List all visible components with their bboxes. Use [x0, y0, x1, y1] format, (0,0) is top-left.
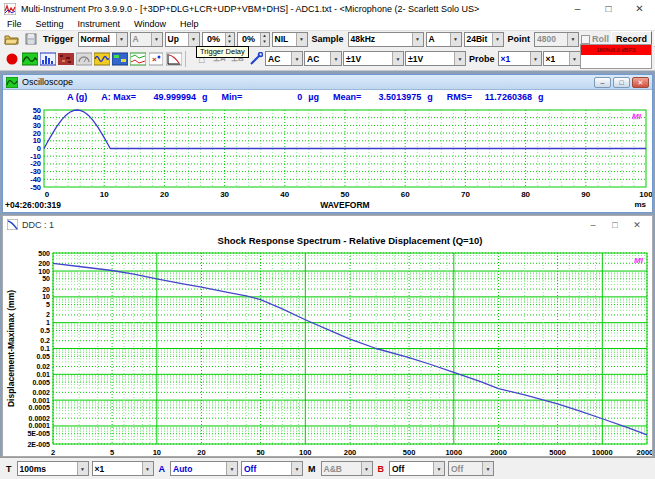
- stat-min-label: Min=: [221, 92, 242, 102]
- svg-text:10: 10: [100, 190, 109, 199]
- oscilloscope-stats-row: A (g) A: Max=49.999994g Min=0µg Mean=3.5…: [3, 90, 652, 104]
- svg-text:0.0002: 0.0002: [29, 415, 51, 422]
- device-test-plan-icon[interactable]: [111, 51, 128, 67]
- derived-data-point-icon[interactable]: ×: [147, 51, 164, 67]
- svg-text:WAVEFORM: WAVEFORM: [320, 200, 369, 210]
- minimize-icon[interactable]: –: [562, 0, 593, 18]
- maximize-icon[interactable]: □: [593, 0, 624, 18]
- svg-text:5: 5: [110, 448, 114, 457]
- spectrogram-icon[interactable]: [57, 51, 74, 67]
- svg-text:50: 50: [42, 275, 50, 282]
- signal-generator-icon[interactable]: [93, 51, 110, 67]
- ddc-titlebar[interactable]: DDC : 1 – □ ✕: [3, 216, 652, 233]
- svg-text:50: 50: [341, 190, 350, 199]
- svg-text:+04:26:00:319: +04:26:00:319: [5, 200, 61, 210]
- svg-text:MI: MI: [634, 256, 644, 265]
- ddc-close-icon[interactable]: ✕: [626, 220, 648, 230]
- spectrum-analyzer-icon[interactable]: [39, 51, 56, 67]
- trigger-label: Trigger: [41, 34, 76, 44]
- stat-mean-label: Mean=: [333, 92, 361, 102]
- level-meter-a: 100%/0.0 dBFS: [581, 45, 651, 55]
- svg-text:20000: 20000: [637, 448, 652, 457]
- osc-minimize-icon[interactable]: –: [594, 77, 611, 88]
- ddc-restore-icon[interactable]: □: [604, 220, 626, 230]
- range-b-select[interactable]: ±1V▼: [405, 51, 466, 66]
- ddc-plot: Shock Response Spectrum - Relative Displ…: [3, 233, 652, 457]
- svg-text:30: 30: [220, 190, 229, 199]
- oscilloscope-window-icon: [6, 77, 18, 88]
- svg-text:500: 500: [38, 250, 50, 257]
- svg-text:0.002: 0.002: [32, 389, 50, 396]
- a-range-mode-select[interactable]: Auto▼: [170, 461, 238, 476]
- sampling-rate-select[interactable]: 48kHz▼: [348, 32, 424, 47]
- probe-b-select[interactable]: ×1▼: [543, 51, 581, 66]
- b-function-select: Off▼: [448, 461, 494, 476]
- svg-text:0.02: 0.02: [36, 363, 50, 370]
- svg-text:0.5: 0.5: [40, 327, 50, 334]
- svg-text:100: 100: [38, 268, 50, 275]
- ddc-window-title: DDC : 1: [22, 220, 54, 230]
- toolbar-separator: [185, 51, 190, 67]
- probe-a-select[interactable]: ×1▼: [498, 51, 542, 66]
- save-icon[interactable]: [22, 31, 39, 47]
- svg-text:90: 90: [581, 190, 590, 199]
- data-logger-icon[interactable]: [129, 51, 146, 67]
- application-window: Multi-Instrument Pro 3.9.9.0 - [+3DP+DLG…: [0, 0, 655, 479]
- osc-close-icon[interactable]: ✕: [632, 77, 649, 88]
- sweep-time-select[interactable]: 100ms▼: [17, 461, 89, 476]
- point-label: Point: [506, 34, 533, 44]
- range-a-select[interactable]: ±1V▼: [343, 51, 404, 66]
- trigger-delay-tooltip: Trigger Delay: [196, 46, 249, 58]
- menu-file[interactable]: File: [0, 19, 29, 29]
- svg-text:Shock Response Spectrum - Rel: Shock Response Spectrum - Relative Displ…: [218, 235, 483, 246]
- menu-help[interactable]: Help: [173, 19, 206, 29]
- instrument-toolbar: × ⌂ ⊥A ⊥B AC▼ AC▼ ±1V▼ ±1V▼ Probe ×1▼ ×1…: [0, 47, 655, 71]
- coupling-a-select[interactable]: AC▼: [265, 51, 303, 66]
- sampling-channel-select[interactable]: A▼: [426, 32, 462, 47]
- trigger-edge-select[interactable]: Up▼: [165, 32, 200, 47]
- trigger-mode-select[interactable]: Normal▼: [78, 32, 128, 47]
- trigger-rejection-select[interactable]: NIL▼: [272, 32, 308, 47]
- osc-restore-icon[interactable]: □: [613, 77, 630, 88]
- svg-text:2E-005: 2E-005: [27, 441, 50, 448]
- bit-resolution-select[interactable]: 24Bit▼: [464, 32, 504, 47]
- trigger-level-spinner[interactable]: 0%▲▼: [202, 32, 235, 47]
- menu-instrument[interactable]: Instrument: [71, 19, 128, 29]
- svg-text:100: 100: [299, 448, 312, 457]
- roll-checkbox: Roll: [581, 34, 609, 44]
- oscilloscope-window-title: Oscilloscope: [22, 77, 73, 87]
- svg-text:0.005: 0.005: [32, 379, 50, 386]
- timebase-label: T: [4, 464, 14, 474]
- svg-text:200: 200: [38, 260, 50, 267]
- b-range-mode-select[interactable]: Off▼: [389, 461, 445, 476]
- svg-text:0: 0: [45, 190, 50, 199]
- waveform-chart: 50403020100-10-20-30-40-5001020304050607…: [3, 104, 652, 212]
- oscilloscope-icon[interactable]: [21, 51, 38, 67]
- coupling-b-select[interactable]: AC▼: [304, 51, 342, 66]
- multimeter-icon: [75, 51, 92, 67]
- svg-text:20: 20: [197, 448, 205, 457]
- svg-text:0.001: 0.001: [32, 397, 50, 404]
- record-icon[interactable]: [3, 51, 20, 67]
- menu-setting[interactable]: Setting: [29, 19, 71, 29]
- app-icon: [4, 3, 16, 15]
- stat-rms-label: RMS=: [447, 92, 472, 102]
- ddc-minimize-icon[interactable]: –: [582, 220, 604, 230]
- trigger-source-select: A▼: [130, 32, 163, 47]
- trigger-delay-spinner[interactable]: 0%▲▼: [237, 32, 270, 47]
- open-file-icon[interactable]: [3, 31, 20, 47]
- probe-calibration-icon[interactable]: [247, 51, 264, 67]
- a-function-select[interactable]: Off▼: [241, 461, 303, 476]
- oscilloscope-titlebar[interactable]: Oscilloscope – □ ✕: [3, 75, 652, 90]
- sweep-zoom-select[interactable]: ×1▼: [92, 461, 154, 476]
- svg-text:10: 10: [42, 293, 50, 300]
- svg-text:2: 2: [46, 311, 50, 318]
- svg-text:40: 40: [280, 190, 289, 199]
- svg-text:200: 200: [344, 448, 357, 457]
- close-icon[interactable]: ✕: [624, 0, 655, 18]
- svg-text:70: 70: [461, 190, 470, 199]
- menu-window[interactable]: Window: [127, 19, 173, 29]
- data-curve-icon[interactable]: [165, 51, 182, 67]
- svg-text:50: 50: [256, 448, 264, 457]
- channel-a-toolbar-label: A: [157, 464, 168, 474]
